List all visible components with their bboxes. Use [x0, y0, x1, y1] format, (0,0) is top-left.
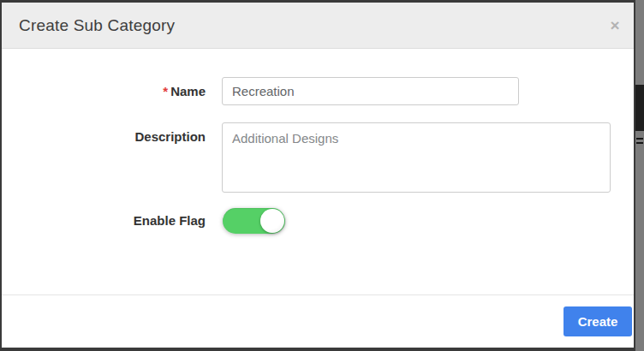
scrollbar-thumb[interactable]	[635, 85, 644, 131]
enable-flag-toggle[interactable]	[223, 208, 285, 234]
scrollbar-dash	[636, 138, 643, 140]
create-button[interactable]: Create	[564, 306, 632, 336]
create-sub-category-modal: Create Sub Category × *Name Description …	[0, 0, 635, 351]
modal-header: Create Sub Category ×	[2, 3, 634, 49]
description-label: Description	[2, 128, 206, 146]
required-asterisk: *	[163, 84, 168, 98]
screen: Create Sub Category × *Name Description …	[0, 0, 644, 351]
enable-flag-label: Enable Flag	[2, 208, 206, 234]
name-label: *Name	[2, 77, 206, 105]
modal-title: Create Sub Category	[19, 16, 175, 35]
background-page-scrollbar[interactable]	[635, 0, 644, 351]
description-textarea[interactable]: Additional Designs	[222, 122, 611, 193]
name-input[interactable]	[222, 77, 519, 105]
modal-footer: Create	[2, 294, 634, 348]
close-icon[interactable]: ×	[605, 16, 624, 35]
name-label-text: Name	[170, 84, 206, 98]
scrollbar-dash	[636, 142, 643, 144]
toggle-knob	[260, 209, 284, 233]
